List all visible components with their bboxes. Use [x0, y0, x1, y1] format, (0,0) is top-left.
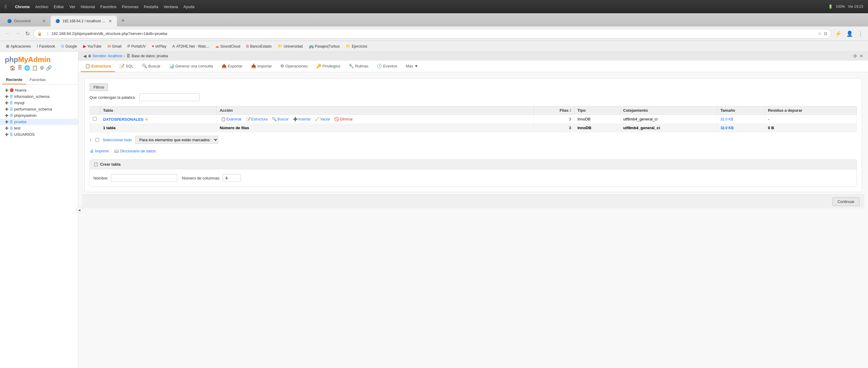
profile-icon[interactable]: 👤	[845, 29, 854, 38]
bookmark-gmail[interactable]: M Gmail	[105, 43, 124, 50]
tab-importar[interactable]: 📥 Importar	[247, 61, 276, 72]
menu-historial[interactable]: Historial	[81, 4, 95, 9]
table-wrapper: Tabla Acción Filas ℹ Tipo Cotejamiento T…	[90, 106, 857, 132]
bookmark-google[interactable]: G Google	[59, 43, 80, 50]
tab-document[interactable]: 🔵 Document ✕	[2, 16, 51, 27]
bookmark-soundcloud-label: SoundCloud	[220, 44, 240, 48]
favorite-star-icon[interactable]: ★	[145, 117, 149, 122]
db-mysql-icon: 🗄	[10, 101, 13, 105]
menu-ver[interactable]: Ver	[69, 4, 75, 9]
extensions-icon[interactable]: ⚡	[834, 29, 843, 38]
db-item-prueba[interactable]: ➕ 🗄 prueba	[0, 119, 78, 125]
tab-exportar[interactable]: 📤 Exportar	[217, 61, 247, 72]
exportar-tab-icon: 📤	[221, 64, 227, 68]
tab-privilegios[interactable]: 🔑 Privilegios	[312, 61, 344, 72]
breadcrumb-server-link[interactable]: Servidor: localhost	[93, 54, 122, 58]
tab-consulta[interactable]: 📊 Generar una consulta	[165, 61, 217, 72]
menu-favoritos[interactable]: Favoritos	[100, 4, 116, 9]
filter-word-input[interactable]	[139, 93, 199, 101]
url-bar[interactable]: 🔒 | 192.168.64.2/phpmyadmin/db_structure…	[33, 29, 831, 38]
create-table-header[interactable]: 📋 Crear tabla	[90, 160, 857, 169]
table-name-input[interactable]	[111, 174, 177, 182]
estructura-link[interactable]: 📝 Estructura	[245, 116, 269, 122]
tab-estructura[interactable]: 📋 Estructura	[81, 61, 115, 72]
eliminar-link[interactable]: 🚫 Eliminar	[333, 116, 354, 122]
menu-personas[interactable]: Personas	[122, 4, 138, 9]
screen-icon[interactable]: ⊡	[824, 31, 827, 36]
bookmark-facebook[interactable]: f Facebook	[34, 43, 57, 50]
tab-phpmyadmin[interactable]: 🔵 192.168.64.2 / localhost / prue ✕	[51, 16, 117, 27]
db-item-information-schema[interactable]: ➕ 🗄 information_schema	[0, 93, 78, 100]
bookmark-vtrplay[interactable]: ♥ vtrPlay	[150, 43, 169, 50]
select-all-label[interactable]: Seleccionar todo	[103, 138, 132, 142]
db-item-nueva[interactable]: ➕ 🔴 Nueva	[0, 87, 78, 93]
sidebar-tab-favoritas[interactable]: Favoritas	[26, 76, 49, 84]
tab-mas[interactable]: Más ▼	[401, 61, 422, 72]
menu-chrome[interactable]: Chrome	[15, 4, 30, 9]
continue-button[interactable]: Continuar	[832, 197, 860, 206]
tab-pma-close[interactable]: ✕	[108, 19, 112, 24]
link-icon[interactable]: 🔗	[46, 65, 52, 71]
menu-ayuda[interactable]: Ayuda	[184, 4, 195, 9]
bookmark-star-icon[interactable]: ☆	[818, 31, 822, 36]
tab-rutinas[interactable]: 🔧 Rutinas	[344, 61, 373, 72]
insertar-link[interactable]: ➕ Insertar	[292, 116, 312, 122]
select-all-checkbox[interactable]	[95, 138, 99, 142]
table-name-link[interactable]: DATOSPERSONALES	[103, 117, 144, 122]
db-icon[interactable]: 🗄	[18, 65, 22, 71]
filters-button[interactable]: Filtros	[90, 83, 108, 91]
col-tabla[interactable]: Tabla	[100, 106, 217, 115]
bookmark-apps[interactable]: ⊞ Aplicaciones	[4, 43, 33, 50]
apple-menu[interactable]: 	[5, 4, 7, 9]
settings-sidebar-icon[interactable]: ⚙	[40, 65, 44, 71]
buscar-link[interactable]: 🔍 Buscar	[271, 116, 290, 122]
db-item-phpmyadmin[interactable]: ➕ 🗄 phpmyadmin	[0, 112, 78, 119]
menu-ventana[interactable]: Ventana	[164, 4, 178, 9]
rows-info-icon[interactable]: ℹ	[569, 108, 571, 113]
forward-button[interactable]: →	[14, 29, 22, 38]
db-item-performance-schema[interactable]: ➕ 🗄 performance_schema	[0, 106, 78, 112]
dictionary-link[interactable]: 📖 Diccionario de datos	[114, 148, 156, 153]
bookmark-portaluv[interactable]: P PortalUV	[125, 43, 148, 50]
buscar-action-icon: 🔍	[272, 117, 277, 121]
settings-icon[interactable]: ⚙	[853, 54, 857, 59]
db-item-test[interactable]: ➕ 🗄 test	[0, 125, 78, 131]
bookmark-pasajes[interactable]: 🚌 Pasajes|Turbus	[307, 43, 342, 50]
vaciar-link[interactable]: 🧹 Vaciar	[313, 116, 331, 122]
db-item-usuarios[interactable]: ➕ 🗄 USUARIOS	[0, 131, 78, 138]
tab-eventos[interactable]: 🕐 Eventos	[373, 61, 401, 72]
consulta-tab-icon: 📊	[169, 64, 174, 68]
tab-sql[interactable]: 📝 SQL	[115, 61, 138, 72]
bookmark-ejercicios[interactable]: 📁 Ejercicios	[343, 43, 370, 50]
menu-pestana[interactable]: Pestaña	[144, 4, 158, 9]
db-item-mysql[interactable]: ➕ 🗄 mysql	[0, 100, 78, 106]
menu-icon[interactable]: ⋮	[857, 29, 864, 38]
columns-count-input[interactable]	[223, 174, 241, 182]
bulk-action-select[interactable]: Para los elementos que están marcados: V…	[135, 136, 218, 144]
tab-buscar[interactable]: 🔍 Buscar	[138, 61, 164, 72]
globe-icon[interactable]: 🌐	[24, 65, 30, 71]
bookmark-universidad[interactable]: 📁 Universidad	[275, 43, 305, 50]
row-checkbox[interactable]	[93, 117, 97, 121]
new-tab-button[interactable]: +	[118, 16, 128, 25]
tab-operaciones[interactable]: ⚙ Operaciones	[276, 61, 312, 72]
sidebar-tab-reciente[interactable]: Reciente	[2, 76, 26, 84]
bookmark-atdhe[interactable]: A ATDHE.Net - Watc...	[170, 43, 212, 50]
collapse-sidebar-btn[interactable]: ◀	[83, 54, 87, 59]
home-icon[interactable]: 🏠	[10, 65, 16, 71]
sidebar-toggle-button[interactable]: ◀	[76, 207, 83, 213]
bookmark-youtube[interactable]: ▶ YouTube	[81, 43, 104, 50]
copy-icon[interactable]: 📋	[32, 65, 38, 71]
close-icon[interactable]: ✕	[860, 54, 863, 59]
bookmark-bancoestado[interactable]: B BancoEstado	[244, 43, 274, 50]
examinar-link[interactable]: 📋 Examinar	[220, 116, 243, 122]
menu-editar[interactable]: Editar	[54, 4, 64, 9]
print-link[interactable]: 🖨 Imprimir	[90, 148, 109, 153]
db-infoschema-label: information_schema	[14, 94, 50, 99]
print-icon: 🖨	[90, 148, 94, 153]
tab-doc-close[interactable]: ✕	[42, 19, 46, 24]
menu-archivo[interactable]: Archivo	[35, 4, 48, 9]
reload-button[interactable]: ↻	[24, 29, 31, 38]
back-button[interactable]: ←	[4, 29, 11, 38]
bookmark-soundcloud[interactable]: ☁ SoundCloud	[213, 43, 243, 50]
